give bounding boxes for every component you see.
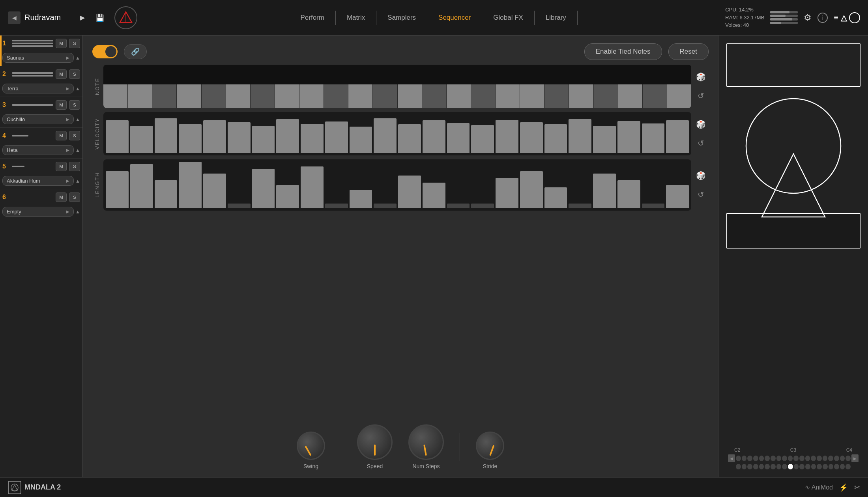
key-dot[interactable] — [742, 456, 747, 461]
stride-knob[interactable] — [476, 432, 504, 460]
key-dot[interactable] — [747, 464, 752, 469]
track-1-name-btn[interactable]: Saunas ▶ — [2, 53, 74, 63]
track-2-up-icon[interactable]: ▲ — [75, 86, 80, 92]
key-dot[interactable] — [840, 464, 845, 469]
tab-perform[interactable]: Perform — [289, 11, 335, 25]
key-dot[interactable] — [805, 456, 810, 461]
key-dot[interactable] — [788, 464, 793, 469]
track-6-mute[interactable]: M — [56, 192, 67, 202]
shape-rect-top — [726, 43, 861, 87]
key-dot[interactable] — [811, 456, 816, 461]
settings-icon[interactable]: ⚙ — [804, 13, 812, 23]
key-dot[interactable] — [776, 456, 782, 461]
track-2-mute[interactable]: M — [56, 69, 67, 79]
key-dot[interactable] — [799, 456, 804, 461]
track-3-up-icon[interactable]: ▲ — [75, 117, 80, 122]
speed-knob-label: Speed — [367, 463, 383, 469]
key-dot[interactable] — [794, 464, 799, 469]
key-dot[interactable] — [834, 464, 839, 469]
tab-samplers[interactable]: Samplers — [376, 11, 427, 25]
track-1-up-icon[interactable]: ▲ — [75, 55, 80, 61]
track-5-up-icon[interactable]: ▲ — [75, 178, 80, 184]
track-6-solo[interactable]: S — [69, 192, 80, 202]
reset-button[interactable]: Reset — [668, 43, 709, 60]
note-randomize-button[interactable]: 🎲 — [693, 69, 709, 85]
key-dot[interactable] — [771, 456, 776, 461]
bottom-tool-2[interactable]: ✂ — [854, 483, 860, 492]
track-4-solo[interactable]: S — [69, 131, 80, 140]
key-dot[interactable] — [817, 456, 822, 461]
track-5-solo[interactable]: S — [69, 162, 80, 171]
track-number-3: 3 — [2, 101, 9, 108]
track-item-4: 4 M S Heta ▶ ▲ — [0, 128, 82, 159]
key-dot[interactable] — [765, 464, 770, 469]
track-3-solo[interactable]: S — [69, 100, 80, 110]
key-dot[interactable] — [782, 464, 787, 469]
key-dot[interactable] — [846, 456, 851, 461]
tab-matrix[interactable]: Matrix — [336, 11, 376, 25]
track-1-mute[interactable]: M — [56, 39, 67, 48]
enable-tied-notes-button[interactable]: Enable Tied Notes — [584, 43, 662, 60]
length-reset-button[interactable]: ↺ — [693, 187, 709, 202]
track-2-solo[interactable]: S — [69, 69, 80, 79]
tab-library[interactable]: Library — [535, 11, 578, 25]
velocity-grid[interactable] — [103, 112, 691, 155]
key-dot[interactable] — [788, 456, 793, 461]
key-dot[interactable] — [736, 464, 741, 469]
track-3-mute[interactable]: M — [56, 100, 67, 110]
key-dot[interactable] — [793, 456, 799, 461]
key-dot[interactable] — [811, 464, 816, 469]
play-button[interactable]: ▶ — [76, 11, 89, 24]
prev-project-button[interactable]: ◀ — [8, 11, 21, 24]
track-4-mute[interactable]: M — [56, 131, 67, 140]
tab-sequencer[interactable]: Sequencer — [427, 11, 482, 25]
key-dot[interactable] — [799, 464, 804, 469]
swing-knob[interactable] — [297, 432, 325, 460]
key-dot[interactable] — [823, 456, 828, 461]
track-5-name-btn[interactable]: Akkadian Hum ▶ — [2, 176, 74, 186]
save-button[interactable]: 💾 — [93, 11, 107, 24]
key-dot[interactable] — [736, 456, 741, 461]
key-dot[interactable] — [771, 464, 776, 469]
key-dot[interactable] — [753, 464, 758, 469]
note-grid[interactable] — [103, 65, 691, 108]
length-grid[interactable] — [103, 159, 691, 211]
info-icon[interactable]: i — [817, 13, 828, 23]
key-dot[interactable] — [834, 456, 839, 461]
track-6-up-icon[interactable]: ▲ — [75, 209, 80, 215]
link-button[interactable]: 🔗 — [124, 44, 147, 59]
track-2-name-btn[interactable]: Terra ▶ — [2, 84, 74, 93]
track-3-name-btn[interactable]: Cuchillo ▶ — [2, 114, 74, 124]
key-dot[interactable] — [747, 456, 752, 461]
key-dot[interactable] — [828, 456, 833, 461]
tab-globalfx[interactable]: Global FX — [482, 11, 535, 25]
key-dot[interactable] — [846, 464, 851, 469]
bottom-tool-1[interactable]: ⚡ — [839, 483, 848, 492]
track-4-up-icon[interactable]: ▲ — [75, 148, 80, 153]
key-dot[interactable] — [829, 464, 834, 469]
numsteps-knob[interactable] — [408, 424, 444, 460]
key-dot[interactable] — [759, 464, 764, 469]
speed-knob[interactable] — [357, 424, 393, 460]
track-1-solo[interactable]: S — [69, 39, 80, 48]
velocity-reset-button[interactable]: ↺ — [693, 135, 709, 151]
key-dot[interactable] — [805, 464, 810, 469]
keyboard-left-arrow[interactable]: ◀ — [728, 454, 735, 462]
key-dot[interactable] — [742, 464, 747, 469]
length-randomize-button[interactable]: 🎲 — [693, 168, 709, 183]
track-4-name-btn[interactable]: Heta ▶ — [2, 145, 74, 155]
key-dot[interactable] — [817, 464, 822, 469]
seq-toggle[interactable] — [92, 45, 118, 58]
track-5-mute[interactable]: M — [56, 162, 67, 171]
keyboard-right-arrow[interactable]: ▶ — [851, 454, 859, 462]
key-dot[interactable] — [840, 456, 845, 461]
track-6-name-btn[interactable]: Empty ▶ — [2, 207, 74, 217]
key-dot[interactable] — [782, 456, 787, 461]
key-dot[interactable] — [759, 456, 764, 461]
key-dot[interactable] — [823, 464, 828, 469]
key-dot[interactable] — [776, 464, 782, 469]
note-reset-button[interactable]: ↺ — [693, 88, 709, 104]
key-dot[interactable] — [753, 456, 758, 461]
key-dot[interactable] — [765, 456, 770, 461]
velocity-randomize-button[interactable]: 🎲 — [693, 116, 709, 132]
